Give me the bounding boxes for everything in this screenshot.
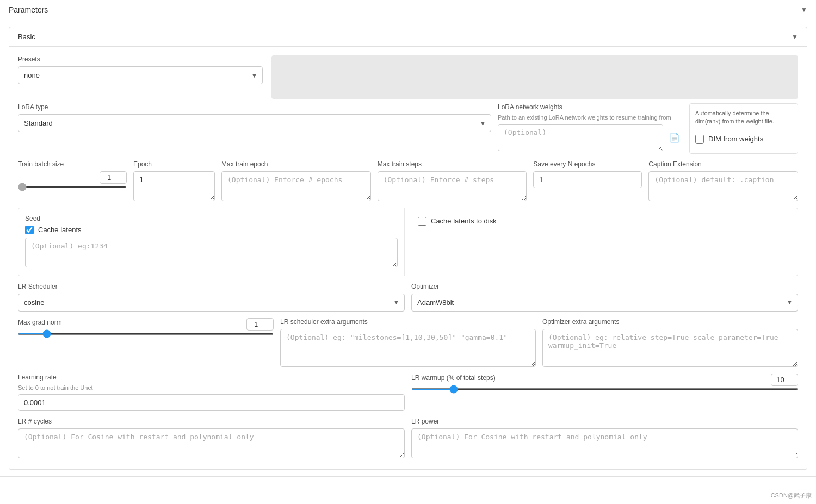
max-grad-norm-slider[interactable] — [18, 333, 274, 335]
lora-row: LoRA type Standard LyCORIS/LoHa LyCORIS/… — [18, 103, 798, 154]
seed-section: Seed Cache latents — [18, 208, 405, 276]
presets-right-panel — [271, 55, 798, 99]
train-batch-size-label: Train batch size — [18, 160, 127, 168]
max-train-steps-input[interactable] — [378, 171, 527, 201]
basic-body: Presets none default custom ▼ LoRA type — [9, 47, 807, 470]
dim-from-weights-box: Automatically determine the dim(rank) fr… — [689, 103, 798, 154]
max-grad-norm-group: Max grad norm — [18, 318, 274, 335]
lr-warmup-label: LR warmup (% of total steps) — [411, 374, 496, 382]
max-grad-norm-label: Max grad norm — [18, 319, 62, 326]
presets-row: Presets none default custom ▼ — [18, 55, 798, 99]
lr-extra-args-input[interactable] — [280, 329, 536, 367]
lr-extra-args-label: LR scheduler extra arguments — [280, 318, 536, 326]
basic-title: Basic — [18, 33, 35, 41]
optimizer-extra-args-input[interactable] — [542, 329, 798, 367]
lr-power-group: LR power — [411, 418, 798, 458]
caption-extension-group: Caption Extension — [648, 160, 798, 201]
seed-label: Seed — [25, 215, 398, 222]
optimizer-extra-args-group: Optimizer extra arguments — [542, 318, 798, 367]
lr-scheduler-select[interactable]: cosine linear constant cosine_with_resta… — [18, 294, 405, 312]
lora-type-group: LoRA type Standard LyCORIS/LoHa LyCORIS/… — [18, 103, 491, 132]
dim-from-weights-label[interactable]: DIM from weights — [708, 135, 763, 143]
batch-row: Train batch size Epoch 1 Max train epoch… — [18, 160, 798, 201]
train-batch-size-slider[interactable] — [18, 186, 127, 188]
optimizer-extra-args-label: Optimizer extra arguments — [542, 318, 798, 326]
optimizer-label: Optimizer — [411, 283, 798, 290]
epoch-group: Epoch 1 — [133, 160, 215, 201]
cache-latents-disk-label[interactable]: Cache latents to disk — [431, 217, 497, 225]
lr-scheduler-group: LR Scheduler cosine linear constant cosi… — [18, 283, 405, 312]
lr-cycles-label: LR # cycles — [18, 418, 405, 425]
lr-optimizer-row: LR Scheduler cosine linear constant cosi… — [18, 283, 798, 312]
parameters-title: Parameters — [9, 5, 48, 14]
max-train-steps-label: Max train steps — [378, 160, 527, 168]
lora-weights-input[interactable] — [498, 124, 663, 151]
cache-latents-label[interactable]: Cache latents — [38, 226, 82, 234]
presets-select[interactable]: none default custom — [18, 66, 263, 84]
lr-cycles-group: LR # cycles — [18, 418, 405, 458]
max-train-steps-group: Max train steps — [378, 160, 527, 201]
lr-warmup-slider[interactable] — [411, 388, 798, 390]
train-batch-size-group: Train batch size — [18, 160, 127, 188]
lora-type-select[interactable]: Standard LyCORIS/LoHa LyCORIS/LoKr — [18, 114, 491, 132]
learning-rate-input[interactable] — [18, 394, 405, 411]
lr-scheduler-label: LR Scheduler — [18, 283, 405, 290]
lr-extra-args-group: LR scheduler extra arguments — [280, 318, 536, 367]
caption-extension-input[interactable] — [648, 171, 798, 201]
lora-type-select-wrapper: Standard LyCORIS/LoHa LyCORIS/LoKr ▼ — [18, 114, 491, 132]
learning-rate-label: Learning rate — [18, 374, 405, 381]
watermark: CSDN@武子康 — [771, 491, 812, 500]
parameters-body: Basic ▼ Presets none default custom ▼ — [0, 20, 816, 477]
lr-warmup-group: LR warmup (% of total steps) — [411, 374, 798, 390]
lr-power-label: LR power — [411, 418, 798, 425]
epoch-input[interactable]: 1 — [133, 171, 215, 201]
max-train-epoch-label: Max train epoch — [221, 160, 371, 168]
optimizer-select-wrapper: AdamW8bit AdamW SGDNesterov DAdaptation … — [411, 294, 798, 312]
save-every-n-epochs-input[interactable] — [533, 171, 642, 188]
parameters-header[interactable]: Parameters ▼ — [0, 0, 816, 20]
cache-latents-checkbox[interactable] — [25, 226, 34, 234]
lr-cycles-input[interactable] — [18, 428, 405, 458]
save-every-n-epochs-label: Save every N epochs — [533, 160, 642, 168]
max-grad-norm-input[interactable] — [246, 318, 274, 331]
train-batch-size-input[interactable] — [100, 171, 127, 184]
caption-extension-label: Caption Extension — [648, 160, 798, 168]
lora-weights-sublabel: Path to an existing LoRA network weights… — [498, 114, 683, 121]
dim-description: Automatically determine the dim(rank) fr… — [695, 109, 792, 126]
basic-chevron: ▼ — [792, 33, 798, 41]
seed-input[interactable] — [25, 238, 398, 267]
epoch-label: Epoch — [133, 160, 215, 168]
parameters-chevron: ▼ — [801, 6, 807, 14]
max-train-epoch-group: Max train epoch — [221, 160, 371, 201]
learning-rate-group: Learning rate Set to 0 to not train the … — [18, 374, 405, 411]
presets-select-wrapper: none default custom ▼ — [18, 66, 263, 84]
optimizer-group: Optimizer AdamW8bit AdamW SGDNesterov DA… — [411, 283, 798, 312]
presets-label: Presets — [18, 55, 263, 63]
optimizer-select[interactable]: AdamW8bit AdamW SGDNesterov DAdaptation … — [411, 294, 798, 312]
lr-cycles-power-row: LR # cycles LR power — [18, 418, 798, 458]
lora-type-label: LoRA type — [18, 103, 491, 111]
max-train-epoch-input[interactable] — [221, 171, 371, 201]
lr-warmup-row: Learning rate Set to 0 to not train the … — [18, 374, 798, 411]
lr-power-input[interactable] — [411, 428, 798, 458]
cache-latents-disk-checkbox[interactable] — [418, 217, 426, 226]
file-browse-icon[interactable]: 📄 — [666, 129, 683, 146]
dim-from-weights-checkbox[interactable] — [695, 135, 704, 144]
dim-from-weights-checkbox-group: DIM from weights — [695, 130, 792, 148]
save-every-n-epochs-group: Save every N epochs — [533, 160, 642, 188]
seed-cache-row: Seed Cache latents Cache latents to disk — [18, 208, 798, 276]
presets-section: Presets none default custom ▼ — [18, 55, 263, 99]
grad-args-row: Max grad norm LR scheduler extra argumen… — [18, 318, 798, 367]
batch-number-wrapper — [18, 171, 127, 184]
learning-rate-sublabel: Set to 0 to not train the Unet — [18, 384, 405, 391]
basic-header[interactable]: Basic ▼ — [9, 27, 807, 47]
lora-weights-label: LoRA network weights — [498, 103, 683, 111]
cache-disk-section: Cache latents to disk — [411, 208, 798, 232]
lr-scheduler-select-wrapper: cosine linear constant cosine_with_resta… — [18, 294, 405, 312]
lora-weights-group: LoRA network weights Path to an existing… — [498, 103, 683, 151]
cache-latents-disk-group: Cache latents to disk — [418, 215, 791, 226]
lr-warmup-input[interactable] — [771, 374, 798, 386]
